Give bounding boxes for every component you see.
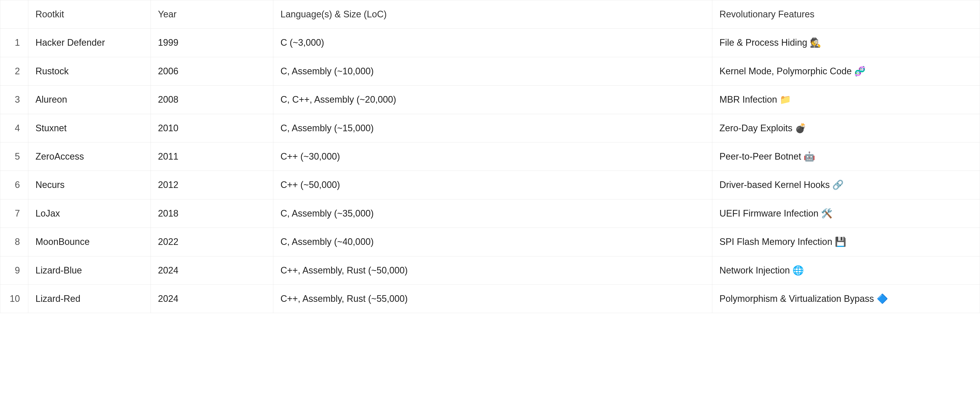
table-body: 1 Hacker Defender 1999 C (~3,000) File &…: [0, 29, 980, 313]
cell-index: 5: [0, 142, 28, 171]
cell-year: 2018: [151, 199, 273, 227]
cell-rootkit: Alureon: [28, 86, 151, 114]
cell-rootkit: Stuxnet: [28, 114, 151, 142]
cell-lang: C, Assembly (~15,000): [273, 114, 712, 142]
table-row: 7 LoJax 2018 C, Assembly (~35,000) UEFI …: [0, 199, 980, 227]
cell-features: SPI Flash Memory Infection 💾: [712, 228, 980, 256]
cell-rootkit: Lizard-Red: [28, 284, 151, 313]
cell-features: Kernel Mode, Polymorphic Code 🧬: [712, 57, 980, 85]
table-row: 2 Rustock 2006 C, Assembly (~10,000) Ker…: [0, 57, 980, 85]
cell-index: 10: [0, 284, 28, 313]
cell-features: Network Injection 🌐: [712, 256, 980, 284]
cell-index: 6: [0, 171, 28, 199]
cell-year: 2008: [151, 86, 273, 114]
cell-features: UEFI Firmware Infection 🛠️: [712, 199, 980, 227]
cell-features: File & Process Hiding 🕵️: [712, 29, 980, 57]
cell-rootkit: Necurs: [28, 171, 151, 199]
cell-lang: C++, Assembly, Rust (~55,000): [273, 284, 712, 313]
cell-year: 1999: [151, 29, 273, 57]
cell-lang: C (~3,000): [273, 29, 712, 57]
table-row: 8 MoonBounce 2022 C, Assembly (~40,000) …: [0, 228, 980, 256]
table-row: 9 Lizard-Blue 2024 C++, Assembly, Rust (…: [0, 256, 980, 284]
header-index: [0, 0, 28, 29]
cell-index: 4: [0, 114, 28, 142]
header-lang: Language(s) & Size (LoC): [273, 0, 712, 29]
cell-features: MBR Infection 📁: [712, 86, 980, 114]
cell-year: 2012: [151, 171, 273, 199]
cell-lang: C++, Assembly, Rust (~50,000): [273, 256, 712, 284]
cell-index: 1: [0, 29, 28, 57]
cell-features: Polymorphism & Virtualization Bypass 🔷: [712, 284, 980, 313]
header-features: Revolutionary Features: [712, 0, 980, 29]
cell-index: 2: [0, 57, 28, 85]
cell-lang: C, Assembly (~40,000): [273, 228, 712, 256]
cell-lang: C, Assembly (~10,000): [273, 57, 712, 85]
cell-year: 2006: [151, 57, 273, 85]
table-row: 3 Alureon 2008 C, C++, Assembly (~20,000…: [0, 86, 980, 114]
cell-year: 2024: [151, 256, 273, 284]
cell-index: 8: [0, 228, 28, 256]
header-year: Year: [151, 0, 273, 29]
table-row: 5 ZeroAccess 2011 C++ (~30,000) Peer-to-…: [0, 142, 980, 171]
cell-index: 7: [0, 199, 28, 227]
cell-year: 2011: [151, 142, 273, 171]
header-row: Rootkit Year Language(s) & Size (LoC) Re…: [0, 0, 980, 29]
header-rootkit: Rootkit: [28, 0, 151, 29]
table-row: 1 Hacker Defender 1999 C (~3,000) File &…: [0, 29, 980, 57]
table-row: 10 Lizard-Red 2024 C++, Assembly, Rust (…: [0, 284, 980, 313]
cell-rootkit: Hacker Defender: [28, 29, 151, 57]
cell-features: Peer-to-Peer Botnet 🤖: [712, 142, 980, 171]
cell-lang: C, Assembly (~35,000): [273, 199, 712, 227]
cell-rootkit: Lizard-Blue: [28, 256, 151, 284]
cell-year: 2024: [151, 284, 273, 313]
cell-rootkit: Rustock: [28, 57, 151, 85]
table-row: 4 Stuxnet 2010 C, Assembly (~15,000) Zer…: [0, 114, 980, 142]
cell-year: 2022: [151, 228, 273, 256]
cell-lang: C, C++, Assembly (~20,000): [273, 86, 712, 114]
cell-year: 2010: [151, 114, 273, 142]
cell-rootkit: MoonBounce: [28, 228, 151, 256]
cell-rootkit: LoJax: [28, 199, 151, 227]
cell-lang: C++ (~50,000): [273, 171, 712, 199]
cell-features: Zero-Day Exploits 💣: [712, 114, 980, 142]
table-row: 6 Necurs 2012 C++ (~50,000) Driver-based…: [0, 171, 980, 199]
rootkit-table: Rootkit Year Language(s) & Size (LoC) Re…: [0, 0, 980, 313]
cell-lang: C++ (~30,000): [273, 142, 712, 171]
cell-index: 3: [0, 86, 28, 114]
cell-features: Driver-based Kernel Hooks 🔗: [712, 171, 980, 199]
cell-rootkit: ZeroAccess: [28, 142, 151, 171]
cell-index: 9: [0, 256, 28, 284]
